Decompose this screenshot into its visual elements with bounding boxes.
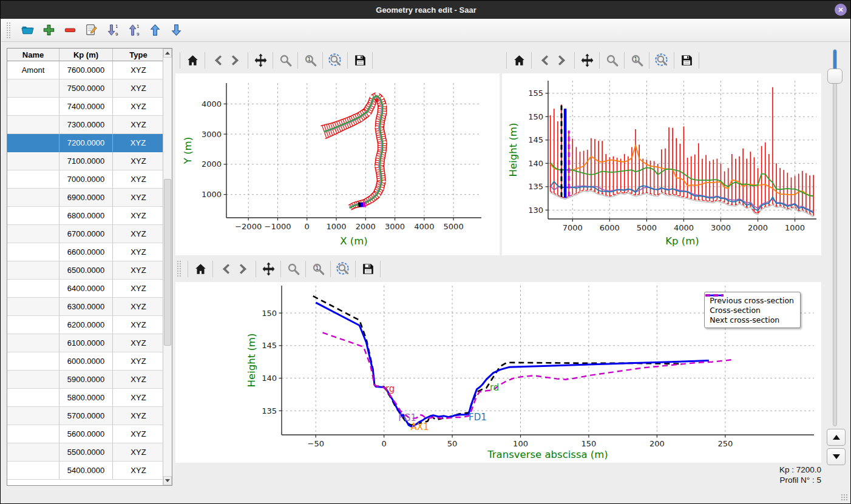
table-cell: XYZ: [113, 79, 164, 98]
scroll-up-button[interactable]: [163, 49, 172, 58]
table-cell: 5900.0000: [59, 371, 113, 389]
table-cell: XYZ: [113, 61, 164, 79]
zoom-1-button[interactable]: 1: [301, 51, 319, 69]
svg-text:250: 250: [717, 439, 733, 448]
table-cell: [7, 298, 59, 316]
table-row[interactable]: 6500.0000XYZ: [7, 261, 164, 280]
profile-slider-fill: [833, 50, 836, 70]
zoom-selection-button[interactable]: [653, 51, 671, 69]
table-row[interactable]: 5600.0000XYZ: [7, 425, 164, 443]
scroll-down-button[interactable]: [163, 476, 172, 485]
table-row[interactable]: 6700.0000XYZ: [7, 225, 164, 243]
table-row[interactable]: 7500.0000XYZ: [7, 79, 164, 98]
table-row[interactable]: Amont7600.0000XYZ: [7, 61, 164, 79]
profile-slider-handle[interactable]: [827, 69, 843, 84]
table-row[interactable]: 5400.0000XYZ: [7, 462, 164, 480]
svg-text:50: 50: [447, 439, 458, 448]
svg-text:1: 1: [315, 264, 319, 270]
svg-text:Transverse abscissa (m): Transverse abscissa (m): [487, 449, 608, 460]
forward-button[interactable]: [234, 260, 253, 278]
save-button[interactable]: [359, 260, 377, 278]
table-row[interactable]: 7200.0000XYZ: [7, 134, 164, 152]
resize-grip[interactable]: [841, 494, 848, 501]
toolbar-separator: [273, 52, 273, 69]
table-cell: [7, 79, 59, 98]
scrollbar-thumb[interactable]: [164, 179, 171, 346]
legend-entry: Next cross-section: [710, 315, 794, 324]
move-up-button[interactable]: [147, 22, 163, 38]
column-header-name[interactable]: Name: [7, 49, 59, 61]
table-row[interactable]: 6600.0000XYZ: [7, 243, 164, 261]
table-row[interactable]: 6400.0000XYZ: [7, 280, 164, 298]
table-cell: Amont: [7, 61, 59, 79]
home-button[interactable]: [191, 260, 209, 278]
add-row-button[interactable]: [41, 22, 56, 38]
home-button[interactable]: [510, 51, 528, 69]
table-cell: 7200.0000: [59, 134, 113, 152]
save-button[interactable]: [351, 51, 369, 69]
sort-descending-button[interactable]: 1 9: [104, 22, 120, 38]
toolbar-grip[interactable]: [177, 260, 181, 277]
column-header-kp[interactable]: Kp (m): [59, 49, 113, 61]
table-row[interactable]: 5800.0000XYZ: [7, 389, 164, 407]
zoom-button[interactable]: [603, 51, 621, 69]
zoom-button[interactable]: [276, 51, 294, 69]
plan-view-figure[interactable]: −2000−1000010002000300040005000100020003…: [175, 73, 500, 255]
back-button[interactable]: [535, 51, 553, 69]
edit-icon: [84, 23, 98, 37]
save-button[interactable]: [677, 51, 696, 69]
table-header: Name Kp (m) Type: [7, 49, 172, 61]
remove-row-button[interactable]: [62, 22, 78, 38]
table-row[interactable]: 5700.0000XYZ: [7, 407, 164, 425]
table-scrollbar[interactable]: [163, 49, 172, 485]
pan-button[interactable]: [578, 51, 596, 69]
table-cell: XYZ: [113, 243, 164, 261]
table-cell: [7, 389, 59, 407]
pan-button[interactable]: [251, 51, 270, 69]
forward-button[interactable]: [553, 51, 571, 69]
home-button[interactable]: [183, 51, 202, 69]
table-row[interactable]: 7000.0000XYZ: [7, 170, 164, 189]
table-row[interactable]: 6300.0000XYZ: [7, 298, 164, 316]
profile-slider-track[interactable]: [833, 49, 837, 426]
svg-text:FD1: FD1: [469, 412, 487, 423]
zoom-selection-button[interactable]: [334, 260, 352, 278]
open-button[interactable]: [19, 22, 35, 38]
svg-text:135: 135: [262, 406, 277, 415]
back-button[interactable]: [216, 260, 234, 278]
table-row[interactable]: 6200.0000XYZ: [7, 316, 164, 334]
table-row[interactable]: 6800.0000XYZ: [7, 207, 164, 225]
forward-button[interactable]: [226, 51, 245, 69]
zoom-1-button[interactable]: 1: [309, 260, 327, 278]
column-header-type[interactable]: Type: [113, 49, 164, 61]
zoom-selection-button[interactable]: [326, 51, 344, 69]
table-cell: XYZ: [113, 316, 164, 334]
zoom-1-button[interactable]: 1: [628, 51, 646, 69]
table-row[interactable]: 6000.0000XYZ: [7, 352, 164, 371]
toolbar-grip[interactable]: [6, 22, 10, 39]
next-profile-button[interactable]: [827, 448, 846, 465]
table-row[interactable]: 7300.0000XYZ: [7, 116, 164, 134]
triangle-down-icon: [165, 479, 170, 482]
table-row[interactable]: 7400.0000XYZ: [7, 98, 164, 116]
svg-text:3000: 3000: [711, 223, 731, 232]
pan-button[interactable]: [259, 260, 277, 278]
table-row[interactable]: 6100.0000XYZ: [7, 334, 164, 352]
table-row[interactable]: 7100.0000XYZ: [7, 152, 164, 170]
edit-button[interactable]: [83, 22, 99, 38]
title-bar: Geometry reach edit - Saar ✕: [1, 1, 851, 19]
previous-profile-button[interactable]: [827, 429, 846, 446]
close-button[interactable]: ✕: [835, 4, 847, 16]
zoom-button[interactable]: [284, 260, 302, 278]
status-readout: Kp : 7200.0 Profil N° : 5: [779, 465, 821, 485]
sort-ascending-button[interactable]: 1 9: [126, 22, 141, 38]
table-row[interactable]: 6900.0000XYZ: [7, 189, 164, 207]
table-cell: [7, 462, 59, 480]
table-row[interactable]: 5900.0000XYZ: [7, 371, 164, 389]
back-button[interactable]: [208, 51, 226, 69]
table-cell: XYZ: [113, 334, 164, 352]
long-profile-figure[interactable]: 7000600050004000300020001000130135140145…: [502, 73, 821, 255]
cross-section-figure[interactable]: Previous cross-sectionCross-sectionNext …: [175, 282, 821, 463]
move-down-button[interactable]: [168, 22, 184, 38]
table-row[interactable]: 5500.0000XYZ: [7, 443, 164, 462]
